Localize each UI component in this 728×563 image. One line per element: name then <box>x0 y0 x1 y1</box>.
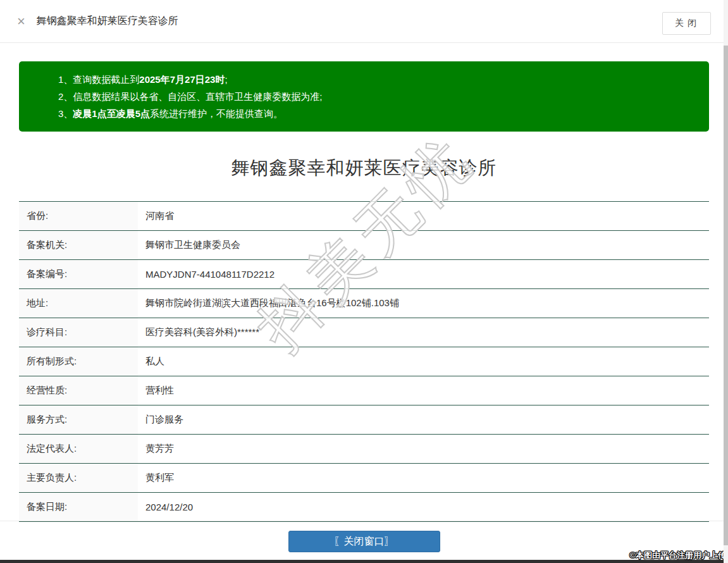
row-value: 2024/12/20 <box>138 493 709 521</box>
row-label: 省份: <box>19 202 138 230</box>
row-label: 服务方式: <box>19 405 138 434</box>
table-row-service-mode: 服务方式: 门诊服务 <box>19 405 709 435</box>
row-value: 河南省 <box>138 202 709 230</box>
clinic-title: 舞钢鑫聚幸和妍莱医疗美容诊所 <box>0 156 728 181</box>
table-row-province: 省份: 河南省 <box>19 202 709 231</box>
row-value: 医疗美容科(美容外科)****** <box>138 318 709 347</box>
row-value: 舞钢市院岭街道湖滨大道西段福田湛鱼台16号楼102铺.103铺 <box>138 289 709 318</box>
row-label: 法定代表人: <box>19 435 138 463</box>
copyright-text: ©本图由平台注册用户上传 <box>629 550 726 561</box>
table-row-filing-authority: 备案机关: 舞钢市卫生健康委员会 <box>19 231 709 260</box>
scrollbar-thumb[interactable] <box>724 46 728 545</box>
row-label: 备案机关: <box>19 231 138 259</box>
close-x-icon[interactable]: × <box>17 15 25 28</box>
row-value: MADYJDN7-441048117D2212 <box>138 260 709 288</box>
row-label: 地址: <box>19 289 138 318</box>
dialog-header: × 舞钢鑫聚幸和妍莱医疗美容诊所 关闭 <box>0 0 728 43</box>
row-value: 黄芳芳 <box>138 435 709 463</box>
table-row-address: 地址: 舞钢市院岭街道湖滨大道西段福田湛鱼台16号楼102铺.103铺 <box>19 289 709 318</box>
notice-line-1: 1、查询数据截止到2025年7月27日23时; <box>58 71 696 88</box>
row-label: 诊疗科目: <box>19 318 138 347</box>
row-value: 私人 <box>138 347 709 376</box>
table-row-filing-number: 备案编号: MADYJDN7-441048117D2212 <box>19 260 709 289</box>
table-row-ownership: 所有制形式: 私人 <box>19 347 709 376</box>
row-label: 备案日期: <box>19 493 138 521</box>
scrollbar-track[interactable] <box>724 0 728 563</box>
bottom-dark-bar <box>0 560 728 563</box>
table-row-legal-representative: 法定代表人: 黄芳芳 <box>19 435 709 464</box>
row-label: 经营性质: <box>19 376 138 405</box>
row-value: 黄利军 <box>138 464 709 492</box>
footer-divider <box>0 521 728 521</box>
table-row-filing-date: 备案日期: 2024/12/20 <box>19 493 709 522</box>
row-label: 备案编号: <box>19 260 138 288</box>
table-row-departments: 诊疗科目: 医疗美容科(美容外科)****** <box>19 318 709 347</box>
row-value: 营利性 <box>138 376 709 405</box>
table-row-business-nature: 经营性质: 营利性 <box>19 376 709 405</box>
close-button[interactable]: 关闭 <box>662 12 711 35</box>
row-value: 舞钢市卫生健康委员会 <box>138 231 709 259</box>
notice-line-3: 3、凌晨1点至凌晨5点系统进行维护，不能提供查询。 <box>58 105 696 122</box>
notice-box: 1、查询数据截止到2025年7月27日23时; 2、信息数据结果以各省、自治区、… <box>19 61 709 132</box>
dialog-title: 舞钢鑫聚幸和妍莱医疗美容诊所 <box>37 15 178 28</box>
row-label: 所有制形式: <box>19 347 138 376</box>
row-value: 门诊服务 <box>138 405 709 434</box>
notice-line-2: 2、信息数据结果以各省、自治区、直辖市卫生健康委数据为准; <box>58 88 696 105</box>
info-table: 省份: 河南省 备案机关: 舞钢市卫生健康委员会 备案编号: MADYJDN7-… <box>19 201 709 522</box>
table-row-principal: 主要负责人: 黄利军 <box>19 464 709 493</box>
close-window-button[interactable]: 〖关闭窗口〗 <box>288 531 440 552</box>
row-label: 主要负责人: <box>19 464 138 492</box>
